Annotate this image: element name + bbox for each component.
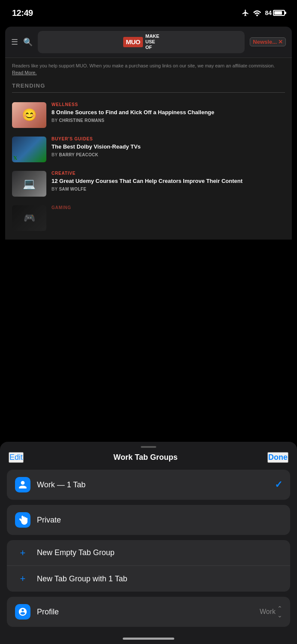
article-content: Readers like you help support MUO. When … bbox=[5, 58, 292, 240]
private-tab-label: Private bbox=[37, 516, 282, 525]
work-tab-label: Work — 1 Tab bbox=[37, 480, 269, 489]
sheet-handle bbox=[0, 442, 297, 450]
profile-person-svg bbox=[18, 607, 27, 617]
status-bar: 12:49 84 bbox=[0, 0, 297, 23]
selected-checkmark: ✓ bbox=[275, 479, 282, 490]
new-empty-label: New Empty Tab Group bbox=[37, 548, 115, 557]
article-category: GAMING bbox=[52, 205, 285, 210]
affiliate-notice: Readers like you help support MUO. When … bbox=[12, 62, 285, 76]
person-svg-icon bbox=[18, 480, 27, 489]
profile-value[interactable]: Work ⌃⌄ bbox=[260, 605, 282, 619]
plus-icon: + bbox=[15, 547, 31, 559]
private-icon bbox=[15, 512, 31, 528]
muo-red-logo: MUO bbox=[123, 37, 143, 47]
profile-item[interactable]: Profile Work ⌃⌄ bbox=[7, 597, 290, 627]
article-item[interactable]: 𝕏 BUYER'S GUIDES The Best Dolby Vision-R… bbox=[12, 132, 285, 167]
bottom-sheet: Edit Work Tab Groups Done Work — 1 Tab ✓ bbox=[0, 442, 297, 644]
profile-person-icon bbox=[15, 604, 30, 620]
article-meta: GAMING bbox=[52, 205, 285, 212]
address-bar[interactable]: MUO MAKEUSEOF bbox=[38, 31, 245, 53]
article-thumbnail: 🎮 bbox=[12, 205, 46, 231]
new-empty-tab-group-button[interactable]: + New Empty Tab Group bbox=[7, 540, 290, 566]
person-icon bbox=[15, 477, 30, 492]
status-time: 12:49 bbox=[12, 8, 33, 18]
article-category: BUYER'S GUIDES bbox=[52, 137, 285, 141]
new-group-options: + New Empty Tab Group + New Tab Group wi… bbox=[7, 540, 290, 592]
battery-indicator: 84 bbox=[265, 9, 285, 16]
article-author: BY CHRISTINE ROMANS bbox=[52, 118, 285, 123]
profile-current-value: Work bbox=[260, 608, 276, 616]
article-item[interactable]: 😊 WELLNESS 8 Online Sources to Find and … bbox=[12, 98, 285, 132]
notification-label: Newsle... bbox=[253, 39, 277, 45]
muo-full-name: MAKEUSEOF bbox=[145, 33, 159, 51]
article-thumbnail: 𝕏 bbox=[12, 137, 46, 162]
article-item[interactable]: 💻 CREATIVE 12 Great Udemy Courses That C… bbox=[12, 167, 285, 201]
battery-percent: 84 bbox=[265, 9, 272, 16]
close-icon[interactable]: ✕ bbox=[278, 39, 283, 45]
chevron-up-down-icon: ⌃⌄ bbox=[277, 605, 282, 619]
new-with-tab-label: New Tab Group with 1 Tab bbox=[37, 574, 127, 583]
article-thumbnail: 💻 bbox=[12, 171, 46, 197]
done-button[interactable]: Done bbox=[267, 452, 288, 463]
trending-header: TRENDING bbox=[12, 82, 285, 93]
browser-window: ☰ 🔍 MUO MAKEUSEOF Newsle... ✕ Readers li… bbox=[5, 27, 292, 240]
tab-group-private[interactable]: Private bbox=[7, 505, 290, 535]
article-item[interactable]: 🎮 GAMING bbox=[12, 201, 285, 235]
battery-icon bbox=[273, 10, 285, 16]
home-indicator bbox=[123, 638, 174, 640]
profile-label: Profile bbox=[37, 608, 254, 617]
airplane-icon bbox=[242, 9, 249, 17]
hand-svg-icon bbox=[18, 515, 27, 525]
search-icon[interactable]: 🔍 bbox=[23, 37, 33, 47]
article-title: The Best Dolby Vision-Ready TVs bbox=[52, 143, 285, 151]
article-title: 12 Great Udemy Courses That Can Help Cre… bbox=[52, 177, 285, 185]
article-title: 8 Online Sources to Find and Kick Off a … bbox=[52, 109, 285, 116]
menu-icon[interactable]: ☰ bbox=[11, 37, 18, 47]
close-notification-button[interactable]: Newsle... ✕ bbox=[250, 37, 286, 46]
site-logo: MUO MAKEUSEOF bbox=[123, 33, 159, 51]
edit-button[interactable]: Edit bbox=[9, 452, 24, 463]
wifi-icon bbox=[253, 9, 261, 16]
article-list: 😊 WELLNESS 8 Online Sources to Find and … bbox=[12, 98, 285, 235]
profile-icon-container bbox=[15, 604, 31, 620]
article-author: BY BARRY PEACOCK bbox=[52, 152, 285, 157]
sheet-header: Edit Work Tab Groups Done bbox=[0, 450, 297, 470]
article-meta: CREATIVE 12 Great Udemy Courses That Can… bbox=[52, 171, 285, 192]
new-tab-group-with-tab-button[interactable]: + New Tab Group with 1 Tab bbox=[7, 566, 290, 592]
hand-icon bbox=[15, 512, 30, 528]
article-meta: BUYER'S GUIDES The Best Dolby Vision-Rea… bbox=[52, 137, 285, 158]
read-more-link[interactable]: Read More. bbox=[12, 70, 36, 75]
work-icon bbox=[15, 477, 31, 493]
sheet-content: Work — 1 Tab ✓ Private + New Empty Tab G… bbox=[0, 470, 297, 627]
article-category: WELLNESS bbox=[52, 102, 285, 107]
sheet-title: Work Tab Groups bbox=[113, 453, 177, 462]
plus-icon: + bbox=[15, 573, 31, 584]
browser-toolbar: ☰ 🔍 MUO MAKEUSEOF Newsle... ✕ bbox=[5, 27, 292, 58]
muo-acronym: MUO bbox=[126, 38, 140, 46]
article-thumbnail: 😊 bbox=[12, 102, 46, 128]
tab-group-work[interactable]: Work — 1 Tab ✓ bbox=[7, 470, 290, 500]
status-icons: 84 bbox=[242, 9, 285, 17]
article-category: CREATIVE bbox=[52, 171, 285, 176]
drag-handle bbox=[141, 446, 156, 448]
article-author: BY SAM WOLFE bbox=[52, 187, 285, 191]
article-meta: WELLNESS 8 Online Sources to Find and Ki… bbox=[52, 102, 285, 123]
